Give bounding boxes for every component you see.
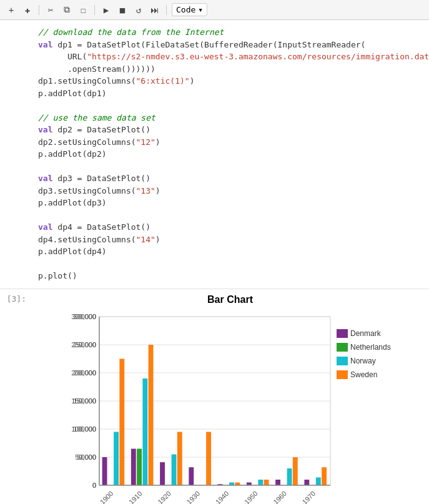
code-line-9: val dp3 = DataSetPlot() xyxy=(38,172,429,185)
code-line-4: dp1.setUsingColumns("6:xtic(1)") xyxy=(38,75,429,87)
svg-rect-62 xyxy=(337,370,348,379)
code-line-3: .openStream()))))) xyxy=(38,63,429,76)
cell-output-label: [3]: xyxy=(0,292,31,505)
svg-rect-28 xyxy=(275,480,280,485)
svg-rect-60 xyxy=(337,357,348,365)
output-cell: [3]: Bar Chart 0500001000001500002000002… xyxy=(0,289,429,505)
svg-text:100,000: 100,000 xyxy=(71,425,96,433)
toolbar: + ✚ ✂ ⧉ ☐ ▶ ■ ↺ ⏭ Code ▾ xyxy=(0,0,429,20)
code-comment2: // use the same data set xyxy=(38,112,429,124)
svg-rect-33 xyxy=(171,454,176,485)
restart-icon[interactable]: ↺ xyxy=(132,4,145,16)
fastforward-icon[interactable]: ⏭ xyxy=(149,4,161,16)
code-blank-2 xyxy=(38,161,429,173)
svg-text:Netherlands: Netherlands xyxy=(350,343,391,352)
code-editor[interactable]: // download the data from the Internet v… xyxy=(31,22,429,286)
chart-area: Bar Chart 050000100000150000200000250000… xyxy=(31,292,429,505)
code-line-12: val dp4 = DataSetPlot() xyxy=(38,221,429,234)
svg-text:1941-1950: 1941-1950 xyxy=(230,489,259,504)
svg-rect-38 xyxy=(119,358,124,485)
svg-rect-31 xyxy=(114,432,119,485)
code-blank-3 xyxy=(38,209,429,222)
svg-text:1921-1930: 1921-1930 xyxy=(172,489,201,504)
svg-text:1961-1970: 1961-1970 xyxy=(288,489,317,504)
code-line-1: val dp1 = DataSetPlot(FileDataSet(Buffer… xyxy=(38,39,429,51)
cell-input-label xyxy=(0,22,31,286)
add-cell-icon[interactable]: + xyxy=(5,4,17,16)
code-blank-1 xyxy=(38,99,429,112)
code-line-11: p.addPlot(dp3) xyxy=(38,197,429,209)
scissors-icon[interactable]: ✂ xyxy=(44,4,57,16)
sep1 xyxy=(39,5,39,15)
svg-rect-25 xyxy=(189,467,194,485)
svg-rect-30 xyxy=(137,448,142,485)
add-icon2[interactable]: ✚ xyxy=(21,4,34,16)
chart-container: 050000100000150000200000250000300000050,… xyxy=(56,310,405,505)
svg-text:1951-1960: 1951-1960 xyxy=(259,489,288,504)
svg-text:1931-1940: 1931-1940 xyxy=(201,489,230,504)
code-line-6: val dp2 = DataSetPlot() xyxy=(38,124,429,136)
svg-rect-40 xyxy=(177,432,182,485)
code-cell: // download the data from the Internet v… xyxy=(0,20,429,289)
code-line-8: p.addPlot(dp2) xyxy=(38,148,429,161)
svg-text:50,000: 50,000 xyxy=(75,453,96,461)
code-line-10: dp3.setUsingColumns("13") xyxy=(38,185,429,197)
svg-text:Denmark: Denmark xyxy=(350,329,382,338)
svg-rect-24 xyxy=(160,462,165,485)
svg-rect-39 xyxy=(148,345,153,485)
svg-rect-58 xyxy=(337,343,348,352)
code-line-comment1: // download the data from the Internet xyxy=(38,26,429,39)
svg-text:Norway: Norway xyxy=(350,357,376,365)
svg-rect-41 xyxy=(206,432,211,485)
code-line-15: p.plot() xyxy=(38,270,429,282)
stop-icon[interactable]: ■ xyxy=(116,4,129,16)
svg-rect-36 xyxy=(287,468,292,485)
svg-text:1891-1900: 1891-1900 xyxy=(86,489,114,504)
svg-text:1901-1910: 1901-1910 xyxy=(115,489,144,504)
svg-text:150,000: 150,000 xyxy=(71,397,96,405)
code-line-13: dp4.setUsingColumns("14") xyxy=(38,234,429,246)
svg-text:200,000: 200,000 xyxy=(71,369,96,377)
svg-rect-29 xyxy=(304,480,309,485)
copy-icon[interactable]: ⧉ xyxy=(61,4,73,16)
code-line-2: URL("https://s2-nmdev.s3.eu-west-3.amazo… xyxy=(38,51,429,63)
chevron-down-icon: ▾ xyxy=(198,5,203,14)
svg-rect-22 xyxy=(102,457,107,485)
svg-text:Sweden: Sweden xyxy=(350,370,377,379)
svg-text:250,000: 250,000 xyxy=(71,341,96,348)
svg-text:300,000: 300,000 xyxy=(71,313,96,320)
bar-chart-svg: 050000100000150000200000250000300000050,… xyxy=(56,310,405,505)
cell-type-label: Code xyxy=(176,5,195,14)
svg-text:0: 0 xyxy=(92,482,96,489)
svg-rect-45 xyxy=(322,467,327,485)
sep3 xyxy=(166,5,167,15)
code-line-5: p.addPlot(dp1) xyxy=(38,87,429,100)
svg-rect-44 xyxy=(292,457,297,485)
code-blank-4 xyxy=(38,258,429,270)
svg-rect-23 xyxy=(131,448,136,485)
sep2 xyxy=(94,5,95,15)
svg-rect-35 xyxy=(258,480,263,485)
svg-rect-37 xyxy=(315,477,320,485)
run-icon[interactable]: ▶ xyxy=(100,4,112,16)
svg-text:1911-1920: 1911-1920 xyxy=(144,489,172,504)
svg-rect-56 xyxy=(337,329,348,338)
code-line-7: dp2.setUsingColumns("12") xyxy=(38,136,429,149)
svg-rect-32 xyxy=(142,378,147,485)
code-line-14: p.addPlot(dp4) xyxy=(38,245,429,258)
chart-title: Bar Chart xyxy=(36,294,424,305)
cell-type-dropdown[interactable]: Code ▾ xyxy=(172,3,207,16)
svg-rect-43 xyxy=(264,480,269,485)
paste-icon[interactable]: ☐ xyxy=(77,4,89,16)
